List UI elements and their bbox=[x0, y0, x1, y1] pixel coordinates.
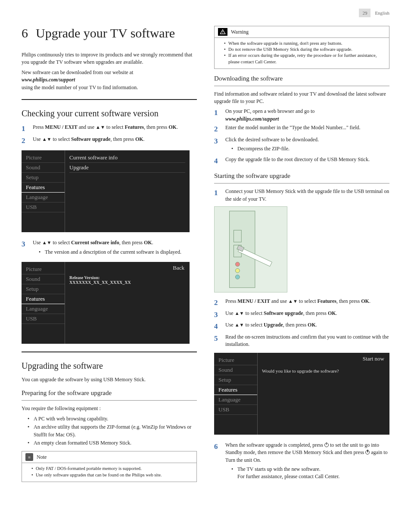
step-number: 1 bbox=[214, 108, 220, 123]
step-number: 3 bbox=[214, 136, 220, 155]
menu-item: Language bbox=[214, 395, 257, 405]
menu-item: Language bbox=[22, 193, 65, 202]
step-body: Read the on-screen instructions and conf… bbox=[225, 333, 389, 348]
start-now-label: Start now bbox=[363, 355, 384, 362]
menu-item: USB bbox=[22, 202, 65, 212]
page-number: 29 bbox=[359, 9, 371, 17]
step-number: 3 bbox=[22, 239, 28, 258]
power-icon bbox=[324, 443, 329, 447]
menu-item: Sound bbox=[214, 365, 257, 375]
page-language: English bbox=[375, 10, 389, 16]
list-item: An empty clean formatted USB Memory Stic… bbox=[28, 439, 197, 447]
arrow-up-down-icon: ▲▼ bbox=[42, 137, 52, 142]
step-number: 1 bbox=[22, 124, 28, 134]
list-item: A PC with web browsing capability. bbox=[28, 415, 197, 423]
downloading-intro: Find information and software related to… bbox=[214, 90, 389, 106]
step-bullet: Decompress the ZIP-file. bbox=[231, 145, 389, 152]
warning-label: Warning bbox=[231, 29, 249, 35]
step-body: Use ▲▼ to select Current software info, … bbox=[33, 239, 197, 258]
checking-step-3: 3 Use ▲▼ to select Current software info… bbox=[22, 239, 197, 258]
downloading-title: Downloading the software bbox=[214, 75, 389, 82]
menu-item-selected: Features bbox=[214, 385, 257, 395]
downloading-steps: 1 On your PC, open a web browser and go … bbox=[214, 108, 389, 166]
upgrading-intro: You can upgrade the software by using US… bbox=[22, 376, 197, 383]
step-body: Press MENU / EXIT and use ▲▼ to select F… bbox=[225, 298, 389, 308]
step-number: 4 bbox=[214, 321, 220, 332]
step-number: 3 bbox=[214, 310, 220, 320]
step-body: Use ▲▼ to select Software upgrade, then … bbox=[225, 310, 389, 320]
step-body: Use ▲▼ to select Upgrade, then press OK. bbox=[225, 321, 389, 332]
prep-list: A PC with web browsing capability. An ar… bbox=[28, 415, 197, 447]
step-body: Use ▲▼ to select Software upgrade, then … bbox=[33, 136, 197, 146]
menu-item-selected: Features bbox=[22, 294, 65, 304]
list-item: An archive utility that supports the ZIP… bbox=[28, 423, 197, 439]
arrow-up-down-icon: ▲▼ bbox=[42, 240, 52, 245]
menu-item: Picture bbox=[22, 264, 65, 274]
prep-intro: You require the following equipment : bbox=[22, 405, 197, 412]
warning-item: When the software upgrade is running, do… bbox=[224, 40, 385, 47]
menu-item-selected: Features bbox=[22, 183, 65, 193]
chapter-title: 6 Upgrade your TV software bbox=[22, 26, 197, 40]
menu-item: Setup bbox=[22, 173, 65, 183]
svg-point-6 bbox=[235, 268, 240, 273]
checking-steps-1-2: 1 Press MENU / EXIT and use ▲▼ to select… bbox=[22, 124, 197, 146]
intro-url: www.philips.com/support bbox=[22, 77, 75, 83]
svg-point-5 bbox=[235, 262, 240, 267]
tv-menu-screenshot-3: Picture Sound Setup Features Language US… bbox=[214, 353, 389, 435]
menu-item: Sound bbox=[22, 163, 65, 173]
step-number: 4 bbox=[214, 156, 220, 167]
note-item: Use only software upgrades that can be f… bbox=[31, 472, 192, 478]
warning-item: Do not remove the USB Memory Stick durin… bbox=[224, 47, 385, 53]
starting-title: Starting the software upgrade bbox=[214, 172, 389, 180]
menu-item: USB bbox=[22, 314, 65, 324]
preparing-title: Preparing for the software upgrade bbox=[22, 389, 197, 397]
right-column: Warning When the software upgrade is run… bbox=[214, 22, 389, 486]
step-number: 6 bbox=[214, 442, 220, 482]
step-number: 5 bbox=[214, 333, 220, 348]
step-body: Enter the model number in the "Type the … bbox=[225, 124, 389, 135]
svg-point-7 bbox=[235, 275, 240, 279]
step-body: On your PC, open a web browser and go to… bbox=[225, 108, 389, 123]
tv-menu-screenshot-2: Picture Sound Setup Features Language US… bbox=[22, 262, 190, 344]
page-header: 29 English bbox=[22, 9, 389, 17]
step-body: Connect your USB Memory Stick with the u… bbox=[225, 188, 389, 203]
download-url: www.philips.com/support bbox=[225, 116, 279, 122]
warning-item: If an error occurs during the upgrade, r… bbox=[224, 53, 385, 65]
step-body: Copy the upgrade file to the root direct… bbox=[225, 156, 389, 167]
intro-p2: New software can be downloaded from our … bbox=[22, 69, 197, 91]
note-box: ≡ Note Only FAT / DOS-formatted portable… bbox=[22, 451, 197, 482]
arrow-up-down-icon: ▲▼ bbox=[235, 311, 244, 316]
release-version: Release Version: XXXXXXX_XX_XX_XXXX_XX bbox=[69, 264, 185, 285]
step-body: Press MENU / EXIT and use ▲▼ to select F… bbox=[33, 124, 197, 134]
checking-title: Checking your current software version bbox=[22, 109, 197, 118]
starting-step-6: 6 When the software upgrade is completed… bbox=[214, 442, 389, 482]
starting-steps-2-5: 2 Press MENU / EXIT and use ▲▼ to select… bbox=[214, 298, 389, 348]
warning-box: Warning When the software upgrade is run… bbox=[214, 26, 389, 69]
submenu-item: Upgrade bbox=[69, 163, 185, 173]
step-body: When the software upgrade is completed, … bbox=[225, 442, 389, 482]
menu-item: Sound bbox=[22, 274, 65, 284]
menu-item: Setup bbox=[22, 284, 65, 294]
starting-steps: 1 Connect your USB Memory Stick with the… bbox=[214, 188, 389, 203]
power-icon bbox=[365, 450, 370, 454]
tv-menu-screenshot-1: Picture Sound Setup Features Language US… bbox=[22, 150, 190, 232]
note-label: Note bbox=[37, 454, 47, 460]
left-column: 6 Upgrade your TV software Philips conti… bbox=[22, 22, 197, 486]
menu-item: Picture bbox=[214, 355, 257, 365]
upgrading-title: Upgrading the software bbox=[22, 361, 197, 371]
menu-item: Setup bbox=[214, 375, 257, 385]
step-number: 2 bbox=[214, 124, 220, 135]
note-icon: ≡ bbox=[25, 453, 33, 461]
menu-item: USB bbox=[214, 405, 257, 415]
step-body: Click the desired software to be downloa… bbox=[225, 136, 389, 155]
arrow-up-down-icon: ▲▼ bbox=[235, 322, 244, 327]
intro-p1: Philips continuously tries to improve it… bbox=[22, 51, 197, 66]
step-number: 2 bbox=[214, 298, 220, 308]
arrow-up-down-icon: ▲▼ bbox=[96, 124, 105, 130]
menu-item: Picture bbox=[22, 153, 65, 163]
submenu-item: Current software info bbox=[69, 153, 185, 163]
arrow-up-down-icon: ▲▼ bbox=[288, 299, 298, 304]
step-number: 2 bbox=[22, 136, 28, 146]
usb-illustration bbox=[214, 206, 287, 292]
step-number: 1 bbox=[214, 188, 220, 203]
